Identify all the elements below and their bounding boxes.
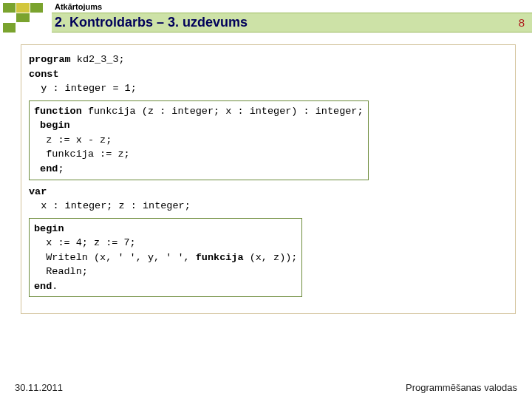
main2a: Writeln (x, ' ', y, ' ', [34, 252, 196, 263]
header: Atkārtojums 2. Kontroldarbs – 3. uzdevum… [0, 0, 532, 33]
kw-program: program [29, 54, 71, 65]
code-panel: program kd2_3_3; const y : integer = 1; … [21, 44, 516, 314]
main1: x := 4; z := 7; [34, 237, 136, 248]
kw-begin1: begin [34, 120, 70, 131]
dot: . [52, 281, 58, 292]
footer-date: 30.11.2011 [15, 382, 63, 393]
footer: 30.11.2011 Programmēšanas valodas [15, 382, 517, 393]
var-block: var x : integer; z : integer; [29, 185, 508, 214]
main2b: funkcija [196, 252, 244, 263]
const-line: y : integer = 1; [29, 83, 137, 94]
kw-const: const [29, 69, 59, 80]
code-header: program kd2_3_3; const y : integer = 1; [29, 52, 508, 96]
page-title: 2. Kontroldarbs – 3. uzdevums [55, 15, 248, 30]
var-line: x : integer; z : integer; [29, 200, 191, 211]
main2c: (x, z)); [244, 252, 298, 263]
func-sig: funkcija (z : integer; x : integer) : in… [82, 106, 364, 117]
footer-course: Programmēšanas valodas [406, 382, 517, 393]
kw-begin2: begin [34, 223, 64, 234]
main-box: begin x := 4; z := 7; Writeln (x, ' ', y… [29, 218, 302, 298]
func-body1: z := x - z; [34, 134, 112, 146]
kw-function: function [34, 106, 82, 117]
kw-var: var [29, 186, 47, 197]
semi1: ; [58, 163, 64, 174]
title-bar: 2. Kontroldarbs – 3. uzdevums 8 [52, 13, 532, 33]
page-number: 8 [519, 16, 525, 29]
kw-end2: end [34, 281, 52, 292]
kw-end1: end [34, 163, 58, 174]
logo [0, 0, 52, 33]
subtitle: Atkārtojums [52, 0, 532, 13]
function-box: function funkcija (z : integer; x : inte… [29, 100, 369, 180]
prog-name: kd2_3_3; [71, 54, 125, 65]
func-body2: funkcija := z; [34, 149, 130, 160]
main3: Readln; [34, 266, 88, 277]
